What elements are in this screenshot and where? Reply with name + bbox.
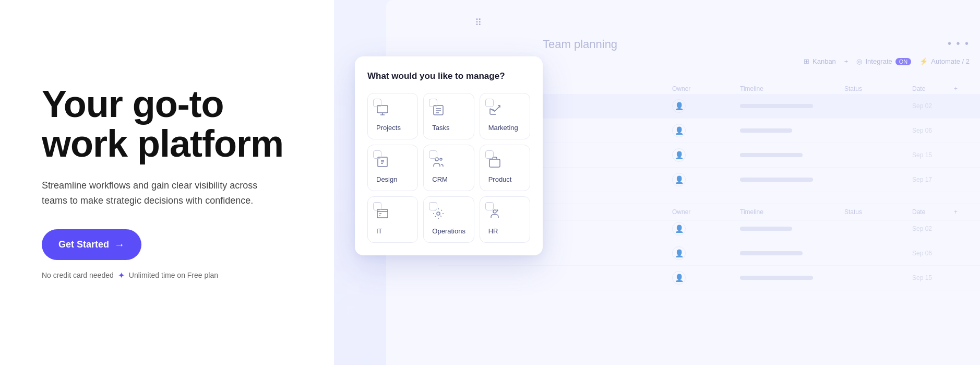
modal-item-it[interactable]: IT xyxy=(367,196,418,243)
modal-grid: Projects Tasks xyxy=(367,93,530,243)
modal-item-projects[interactable]: Projects xyxy=(367,93,418,139)
svg-point-9 xyxy=(440,158,442,160)
svg-rect-10 xyxy=(489,159,500,167)
projects-label: Projects xyxy=(376,124,401,132)
design-label: Design xyxy=(376,175,397,183)
design-checkbox[interactable] xyxy=(373,150,381,159)
modal-item-marketing[interactable]: Marketing xyxy=(480,93,530,139)
hero-section: Your go-to work platform Streamline work… xyxy=(0,0,334,365)
note-suffix: Unlimited time on Free plan xyxy=(129,271,218,279)
manage-modal: What would you like to manage? Projects xyxy=(355,56,543,255)
product-label: Product xyxy=(488,175,512,183)
right-section: ⠿ Team planning • • • ⊞ Kanban + ◎ Integ… xyxy=(334,0,980,365)
operations-checkbox[interactable] xyxy=(429,202,437,210)
projects-checkbox[interactable] xyxy=(373,99,381,107)
tasks-checkbox[interactable] xyxy=(429,99,437,107)
hr-checkbox[interactable] xyxy=(485,202,494,210)
cta-label: Get Started xyxy=(58,239,109,250)
modal-item-operations[interactable]: Operations xyxy=(423,196,474,243)
svg-rect-11 xyxy=(377,209,388,218)
crm-label: CRM xyxy=(432,175,448,183)
modal-title: What would you like to manage? xyxy=(367,71,530,81)
product-checkbox[interactable] xyxy=(485,150,494,159)
tasks-label: Tasks xyxy=(432,124,449,132)
svg-point-13 xyxy=(493,210,496,213)
it-checkbox[interactable] xyxy=(373,202,381,210)
modal-item-product[interactable]: Product xyxy=(480,145,530,191)
it-label: IT xyxy=(376,227,383,235)
cta-arrow-icon: → xyxy=(114,239,125,251)
hero-subtitle: Streamline workflows and gain clear visi… xyxy=(42,178,261,208)
hero-title: Your go-to work platform xyxy=(42,85,303,163)
marketing-label: Marketing xyxy=(488,124,518,132)
marketing-checkbox[interactable] xyxy=(485,99,494,107)
crm-checkbox[interactable] xyxy=(429,150,437,159)
modal-item-crm[interactable]: CRM xyxy=(423,145,474,191)
note-separator: ✦ xyxy=(118,270,125,280)
modal-item-hr[interactable]: HR xyxy=(480,196,530,243)
note-text: No credit card needed xyxy=(42,271,114,279)
hr-label: HR xyxy=(488,227,498,235)
modal-item-tasks[interactable]: Tasks xyxy=(423,93,474,139)
cta-note: No credit card needed ✦ Unlimited time o… xyxy=(42,270,303,280)
get-started-button[interactable]: Get Started → xyxy=(42,229,141,260)
modal-item-design[interactable]: Design xyxy=(367,145,418,191)
operations-label: Operations xyxy=(432,227,465,235)
svg-point-12 xyxy=(437,212,440,215)
